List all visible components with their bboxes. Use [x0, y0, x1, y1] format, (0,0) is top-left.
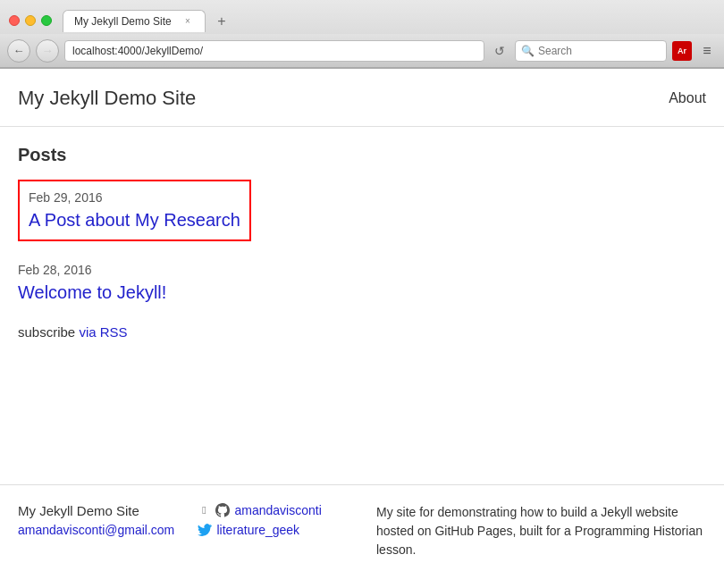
twitter-svg	[198, 523, 212, 537]
page-main: Posts Feb 29, 2016 A Post about My Resea…	[0, 127, 724, 484]
browser-chrome: My Jekyll Demo Site × + ← → localhost:40…	[0, 0, 724, 69]
back-button[interactable]: ←	[7, 39, 30, 63]
title-bar: My Jekyll Demo Site × +	[0, 0, 724, 34]
nav-bar: ← → localhost:4000/JekyllDemo/ ↺ 🔍 Ar ≡	[0, 34, 724, 68]
back-icon: ←	[13, 44, 25, 57]
footer-col-2:  amandavisconti literature_geek	[198, 503, 363, 559]
search-icon: 🔍	[521, 45, 535, 57]
refresh-icon: ↺	[494, 44, 505, 58]
tab-bar: My Jekyll Demo Site × +	[63, 10, 715, 32]
tab-close-button[interactable]: ×	[181, 15, 194, 28]
footer-col-3: My site for demonstrating how to build a…	[376, 503, 706, 559]
footer-email-link[interactable]: amandavisconti@gmail.com	[18, 523, 174, 537]
forward-button[interactable]: →	[36, 39, 59, 63]
new-tab-button[interactable]: +	[211, 11, 232, 32]
github-username: amandavisconti	[235, 503, 322, 517]
site-title: My Jekyll Demo Site	[18, 87, 196, 110]
twitter-link[interactable]: literature_geek	[198, 523, 363, 537]
search-input[interactable]	[538, 45, 645, 57]
rss-link[interactable]: via RSS	[79, 324, 127, 340]
github-svg	[215, 503, 230, 517]
subscribe-line: subscribe via RSS	[18, 324, 706, 340]
adobe-icon: Ar	[678, 46, 686, 55]
traffic-lights	[9, 15, 52, 26]
post-item-1: Feb 29, 2016 A Post about My Research	[18, 180, 251, 241]
adobe-button[interactable]: Ar	[672, 41, 692, 61]
close-button[interactable]	[9, 15, 20, 26]
footer-col-1: My Jekyll Demo Site amandavisconti@gmail…	[18, 503, 183, 559]
post-link-2[interactable]: Welcome to Jekyll!	[18, 282, 166, 302]
github-icon: 	[198, 503, 212, 517]
url-bar[interactable]: localhost:4000/JekyllDemo/	[64, 40, 484, 62]
github-link[interactable]:  amandavisconti	[198, 503, 363, 517]
menu-button[interactable]: ≡	[697, 41, 717, 61]
menu-icon: ≡	[703, 43, 711, 59]
site-header: My Jekyll Demo Site About	[0, 69, 724, 127]
forward-icon: →	[42, 44, 54, 57]
page-wrapper: My Jekyll Demo Site About Posts Feb 29, …	[0, 69, 724, 588]
about-link[interactable]: About	[669, 90, 706, 106]
url-text: localhost:4000/JekyllDemo/	[72, 45, 203, 57]
minimize-button[interactable]	[25, 15, 36, 26]
maximize-button[interactable]	[41, 15, 52, 26]
page-footer: My Jekyll Demo Site amandavisconti@gmail…	[0, 484, 724, 577]
tab-title: My Jekyll Demo Site	[74, 15, 174, 28]
post-link-1[interactable]: A Post about My Research	[29, 210, 240, 230]
subscribe-text: subscribe	[18, 324, 79, 340]
refresh-button[interactable]: ↺	[490, 41, 509, 61]
posts-heading: Posts	[18, 145, 706, 165]
footer-description: My site for demonstrating how to build a…	[376, 503, 706, 559]
search-bar[interactable]: 🔍	[515, 40, 667, 62]
footer-site-name: My Jekyll Demo Site	[18, 503, 183, 518]
post-item-2: Feb 28, 2016 Welcome to Jekyll!	[18, 263, 706, 303]
post-date-2: Feb 28, 2016	[18, 263, 706, 277]
active-tab[interactable]: My Jekyll Demo Site ×	[63, 10, 206, 32]
post-date-1: Feb 29, 2016	[29, 190, 240, 205]
twitter-username: literature_geek	[217, 523, 300, 537]
